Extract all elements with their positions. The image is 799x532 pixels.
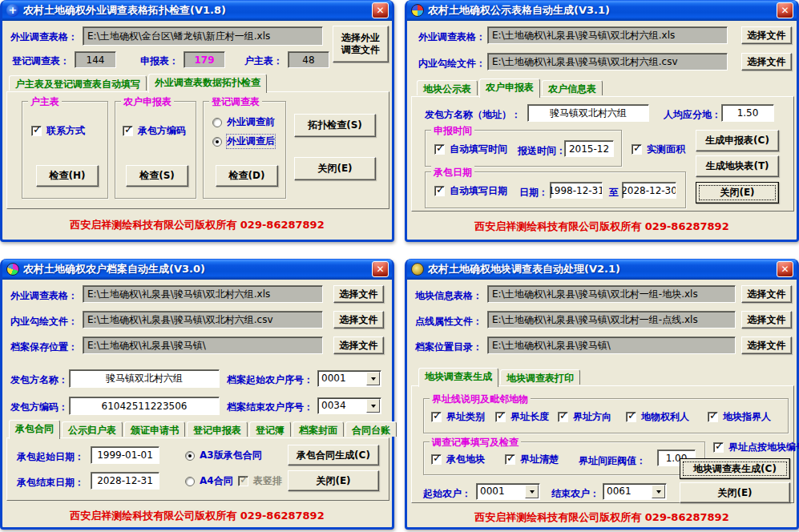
boundary-direction-checkbox[interactable]: 界址方向 xyxy=(558,410,611,424)
checkbox-icon[interactable] xyxy=(431,412,442,422)
a4-contract-radio[interactable]: A4合同 xyxy=(185,474,233,488)
after-survey-radio[interactable]: 外业调查后 xyxy=(212,135,275,148)
archive-end-label: 档案结束农户序号： xyxy=(227,401,313,414)
date-to-input[interactable]: 2028-12-30 xyxy=(622,182,676,199)
check-householder-button[interactable]: 检查(H) xyxy=(36,165,99,187)
check-registration-button[interactable]: 检查(D) xyxy=(216,165,278,187)
a3-contract-radio[interactable]: A3版承包合同 xyxy=(185,449,262,462)
select-file-button[interactable]: 选择文件 xyxy=(741,311,792,328)
select-file-button[interactable]: 选择文件 xyxy=(333,285,384,303)
radio-icon[interactable] xyxy=(185,477,195,486)
checkbox-icon[interactable] xyxy=(123,126,133,136)
decl-table-label: 申报表： xyxy=(140,54,179,68)
titlebar[interactable]: 农村土地确权地块调查表自动处理(V2.1) ✕ xyxy=(407,259,797,280)
end-farmer-label: 结束农户： xyxy=(551,487,599,501)
tab-parcel-print[interactable]: 地块调查表打印 xyxy=(500,369,580,385)
contract-parcel-checkbox[interactable]: 承包地块 xyxy=(431,453,485,466)
archive-end-combo[interactable]: 0034 xyxy=(317,397,381,414)
auto-fill-date-checkbox[interactable]: 自动填写日期 xyxy=(434,184,507,198)
close-button[interactable]: 关闭(E) xyxy=(680,482,790,503)
percapita-input[interactable]: 1.50 xyxy=(721,104,774,122)
close-button[interactable]: 关闭(E) xyxy=(288,470,379,491)
boundary-length-checkbox[interactable]: 界址长度 xyxy=(495,410,549,424)
boundary-type-checkbox[interactable]: 界址类别 xyxy=(431,410,485,424)
checkbox-icon[interactable] xyxy=(495,412,506,422)
select-file-button[interactable]: 选择文件 xyxy=(741,26,792,44)
window-title: 农村土地确权农户档案自动生成(V3.0) xyxy=(23,262,368,276)
checkbox-icon[interactable] xyxy=(434,144,445,155)
select-file-button[interactable]: 选择文件 xyxy=(333,311,384,328)
end-farmer-combo[interactable]: 0061 xyxy=(603,483,667,500)
dropdown-arrow-icon[interactable] xyxy=(525,485,539,498)
close-icon[interactable]: ✕ xyxy=(777,261,793,277)
checkbox-icon[interactable] xyxy=(505,454,515,465)
generate-contract-button[interactable]: 承包合同生成(C) xyxy=(288,445,379,466)
checkbox-icon[interactable] xyxy=(708,412,718,422)
measured-area-checkbox[interactable]: 实测面积 xyxy=(632,143,685,156)
tab-certificate-application[interactable]: 颁证申请书 xyxy=(124,421,185,437)
tab-farmer-info[interactable]: 农户信息表 xyxy=(542,80,603,95)
before-survey-radio[interactable]: 外业调查前 xyxy=(212,115,275,129)
tab-parcel-publicity[interactable]: 地块公示表 xyxy=(417,80,478,95)
tab-register-book[interactable]: 登记簿 xyxy=(249,421,291,437)
tab-auto-fill[interactable]: 户主表及登记调查表自动填写 xyxy=(9,75,147,91)
sketch-file-label: 内业勾绘文件： xyxy=(418,57,486,71)
close-icon[interactable]: ✕ xyxy=(372,261,389,277)
dropdown-arrow-icon[interactable] xyxy=(366,399,380,413)
close-icon[interactable]: ✕ xyxy=(372,2,389,18)
tab-contract[interactable]: 承包合同 xyxy=(9,420,60,439)
select-file-button[interactable]: 选择文件 xyxy=(741,337,792,354)
select-survey-file-button[interactable]: 选择外业调查文件 xyxy=(333,26,389,62)
checkbox-icon[interactable] xyxy=(434,186,445,196)
radio-icon[interactable] xyxy=(212,118,222,127)
generate-declare-button[interactable]: 生成申报表(C) xyxy=(696,130,779,151)
checkbox-icon[interactable] xyxy=(31,126,42,136)
titlebar[interactable]: 农村土地确权外业调查表格拓扑检查(V1.8) ✕ xyxy=(2,0,392,21)
generate-parcel-survey-button[interactable]: 地块调查表生成(C) xyxy=(680,458,790,479)
titlebar[interactable]: 农村土地确权公示表格自动生成(V3.1) ✕ xyxy=(407,0,797,21)
contractor-code-checkbox[interactable]: 承包方编码 xyxy=(123,124,186,138)
checkbox-icon[interactable] xyxy=(558,412,568,422)
generate-parcel-button[interactable]: 生成地块表(T) xyxy=(696,155,779,177)
titlebar[interactable]: 农村土地确权农户档案自动生成(V3.0) ✕ xyxy=(2,259,392,280)
dropdown-arrow-icon[interactable] xyxy=(366,372,380,385)
close-button[interactable]: 关闭(E) xyxy=(696,182,779,204)
submit-time-input[interactable]: 2015-12 xyxy=(564,140,614,157)
issuer-input[interactable]: 骏马镇双北村六组 xyxy=(527,104,649,122)
close-icon[interactable]: ✕ xyxy=(777,2,793,18)
dropdown-arrow-icon[interactable] xyxy=(652,485,665,498)
numbering-checkbox[interactable]: 界址点按地块编号 xyxy=(713,441,799,454)
tab-farmer-declare[interactable]: 农户申报表 xyxy=(479,79,540,98)
radio-icon[interactable] xyxy=(212,137,222,147)
parcel-pointer-checkbox[interactable]: 地块指界人 xyxy=(708,410,771,424)
start-farmer-combo[interactable]: 0001 xyxy=(476,483,540,500)
checkbox-icon[interactable] xyxy=(431,454,442,465)
select-file-button[interactable]: 选择文件 xyxy=(741,285,792,303)
tab-topology-check[interactable]: 外业调查表数据拓扑检查 xyxy=(148,74,267,93)
check-declare-button[interactable]: 检查(S) xyxy=(126,165,188,187)
select-file-button[interactable]: 选择文件 xyxy=(741,53,792,71)
feature-owner-checkbox[interactable]: 地物权利人 xyxy=(626,410,689,424)
tab-parcel-generate[interactable]: 地块调查表生成 xyxy=(418,368,498,387)
tab-archive-cover[interactable]: 档案封面 xyxy=(293,421,344,437)
contract-start-input[interactable]: 1999-01-01 xyxy=(91,446,159,464)
select-file-button[interactable]: 选择文件 xyxy=(333,337,384,354)
issuer-name-input[interactable]: 骏马镇双北村六组 xyxy=(69,369,220,388)
checkbox-icon[interactable] xyxy=(626,412,636,422)
checkbox-icon[interactable] xyxy=(713,442,724,453)
contact-checkbox[interactable]: 联系方式 xyxy=(31,124,85,138)
close-button[interactable]: 关闭(E) xyxy=(294,157,376,180)
tab-registration-declare[interactable]: 登记申报表 xyxy=(187,421,248,437)
radio-icon[interactable] xyxy=(185,451,195,461)
archive-start-combo[interactable]: 0001 xyxy=(317,370,381,387)
issuer-code-input[interactable]: 61042511223506 xyxy=(69,397,220,415)
tab-publicity-household[interactable]: 公示归户表 xyxy=(62,421,123,437)
auto-fill-time-checkbox[interactable]: 自动填写时间 xyxy=(434,143,507,156)
topology-check-button[interactable]: 拓扑检查(S) xyxy=(294,114,376,137)
checkbox-icon[interactable] xyxy=(632,144,642,155)
boundary-clear-checkbox[interactable]: 界址清楚 xyxy=(505,453,559,466)
contract-end-input[interactable]: 2028-12-31 xyxy=(91,472,159,490)
survey-file-path: E:\土地确权\礼泉县\骏马镇\双北村六组.xls xyxy=(487,26,728,44)
date-from-input[interactable]: 1998-12-31 xyxy=(550,182,603,199)
tab-contract-ledger[interactable]: 合同台账 xyxy=(345,421,397,437)
